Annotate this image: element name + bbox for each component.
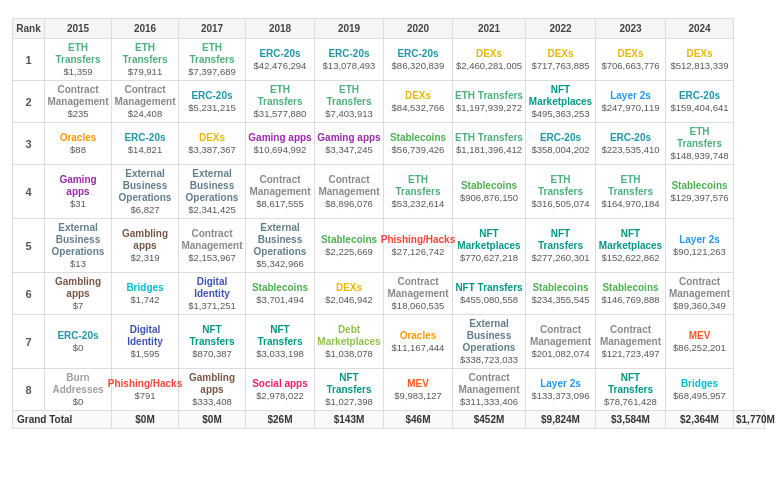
- category-value: $10,694,992: [254, 144, 307, 155]
- data-cell: Debt Marketplaces$1,038,078: [315, 315, 384, 369]
- data-cell: Contract Management$24,408: [112, 81, 179, 123]
- category-value: $870,387: [192, 348, 232, 359]
- grand-total-value: $0M: [112, 411, 179, 429]
- category-label: Stablecoins: [252, 282, 308, 294]
- rank-cell: 4: [13, 165, 45, 219]
- data-cell: External Business Operations$2,341,425: [179, 165, 246, 219]
- data-cell: Stablecoins$146,769,888: [596, 273, 666, 315]
- rank-cell: 2: [13, 81, 45, 123]
- category-label: ETH Transfers: [181, 42, 243, 66]
- category-value: $31: [70, 198, 86, 209]
- data-cell: External Business Operations$6,827: [112, 165, 179, 219]
- category-value: $68,495,957: [673, 390, 726, 401]
- category-label: Layer 2s: [679, 234, 720, 246]
- table-row: 6Gambling apps$7Bridges$1,742Digital Ide…: [13, 273, 765, 315]
- data-cell: NFT Transfers$1,027,398: [315, 369, 384, 411]
- data-cell: NFT Transfers$3,033,198: [246, 315, 315, 369]
- category-label: Contract Management: [181, 228, 243, 252]
- category-value: $1,027,398: [325, 396, 373, 407]
- category-value: $717,763,885: [531, 60, 589, 71]
- category-label: NFT Transfers: [598, 372, 663, 396]
- category-value: $56,739,426: [392, 144, 445, 155]
- data-cell: Digital Identity$1,595: [112, 315, 179, 369]
- data-cell: Bridges$68,495,957: [666, 369, 734, 411]
- grand-total-value: $46M: [384, 411, 453, 429]
- category-value: $2,046,942: [325, 294, 373, 305]
- category-value: $159,404,641: [670, 102, 728, 113]
- category-value: $86,252,201: [673, 342, 726, 353]
- year-header-2024: 2024: [666, 19, 734, 39]
- category-value: $6,827: [130, 204, 159, 215]
- main-container: Rank201520162017201820192020202120222023…: [0, 0, 777, 439]
- category-value: $7,403,913: [325, 108, 373, 119]
- data-cell: Digital Identity$1,371,251: [179, 273, 246, 315]
- category-label: ETH Transfers: [528, 174, 593, 198]
- data-cell: DEXs$3,387,367: [179, 123, 246, 165]
- data-cell: Contract Management$235: [45, 81, 112, 123]
- category-label: ETH Transfers: [317, 84, 381, 108]
- table-row: 4Gaming apps$31External Business Operati…: [13, 165, 765, 219]
- data-cell: ETH Transfers$31,577,880: [246, 81, 315, 123]
- data-cell: ERC-20s$42,476,294: [246, 39, 315, 81]
- data-cell: Oracles$11,167,444: [384, 315, 453, 369]
- data-cell: Stablecoins$56,739,426: [384, 123, 453, 165]
- category-label: Contract Management: [317, 174, 381, 198]
- data-cell: Gambling apps$2,319: [112, 219, 179, 273]
- category-value: $129,397,576: [670, 192, 728, 203]
- category-value: $79,911: [128, 66, 162, 77]
- category-value: $84,532,766: [392, 102, 445, 113]
- rank-cell: 7: [13, 315, 45, 369]
- category-label: DEXs: [686, 48, 712, 60]
- data-cell: MEV$86,252,201: [666, 315, 734, 369]
- category-label: DEXs: [336, 282, 362, 294]
- category-value: $13: [70, 258, 86, 269]
- data-cell: Contract Management$2,153,967: [179, 219, 246, 273]
- category-label: DEXs: [199, 132, 225, 144]
- category-label: NFT Marketplaces: [598, 228, 663, 252]
- category-label: Stablecoins: [532, 282, 588, 294]
- data-cell: ERC-20s$159,404,641: [666, 81, 734, 123]
- category-value: $148,939,748: [670, 150, 728, 161]
- category-label: External Business Operations: [248, 222, 312, 258]
- category-value: $2,978,022: [256, 390, 304, 401]
- category-value: $3,387,367: [188, 144, 236, 155]
- data-cell: ERC-20s$223,535,410: [596, 123, 666, 165]
- category-label: ETH Transfers: [598, 174, 663, 198]
- category-value: $5,231,215: [188, 102, 236, 113]
- data-cell: NFT Transfers$277,260,301: [526, 219, 596, 273]
- data-cell: ETH Transfers$316,505,074: [526, 165, 596, 219]
- table-row: 8Burn Addresses$0Phishing/Hacks$791Gambl…: [13, 369, 765, 411]
- category-label: NFT Transfers: [528, 228, 593, 252]
- category-value: $333,408: [192, 396, 232, 407]
- table-row: 7ERC-20s$0Digital Identity$1,595NFT Tran…: [13, 315, 765, 369]
- category-value: $146,769,888: [601, 294, 659, 305]
- data-cell: MEV$9,983,127: [384, 369, 453, 411]
- data-cell: Contract Management$8,617,555: [246, 165, 315, 219]
- data-cell: NFT Transfers$78,761,428: [596, 369, 666, 411]
- category-label: Digital Identity: [181, 276, 243, 300]
- table-header: Rank201520162017201820192020202120222023…: [13, 19, 765, 39]
- grand-total-value: $26M: [246, 411, 315, 429]
- category-value: $3,347,245: [325, 144, 373, 155]
- category-value: $8,617,555: [256, 198, 304, 209]
- table-row: 2Contract Management$235Contract Managem…: [13, 81, 765, 123]
- category-value: $512,813,339: [670, 60, 728, 71]
- year-header-2015: 2015: [45, 19, 112, 39]
- year-header-2023: 2023: [596, 19, 666, 39]
- data-cell: Layer 2s$247,970,119: [596, 81, 666, 123]
- category-label: ERC-20s: [57, 330, 98, 342]
- category-value: $133,373,096: [531, 390, 589, 401]
- data-cell: ETH Transfers$1,181,396,412: [453, 123, 526, 165]
- category-value: $2,225,669: [325, 246, 373, 257]
- category-value: $152,622,862: [601, 252, 659, 263]
- category-label: Phishing/Hacks: [108, 378, 182, 390]
- data-cell: Layer 2s$90,121,263: [666, 219, 734, 273]
- rank-cell: 6: [13, 273, 45, 315]
- category-value: $455,080,558: [460, 294, 518, 305]
- year-header-2021: 2021: [453, 19, 526, 39]
- category-value: $18,060,535: [392, 300, 445, 311]
- data-cell: Gaming apps$3,347,245: [315, 123, 384, 165]
- category-label: ERC-20s: [328, 48, 369, 60]
- category-value: $2,153,967: [188, 252, 236, 263]
- category-value: $121,723,497: [601, 348, 659, 359]
